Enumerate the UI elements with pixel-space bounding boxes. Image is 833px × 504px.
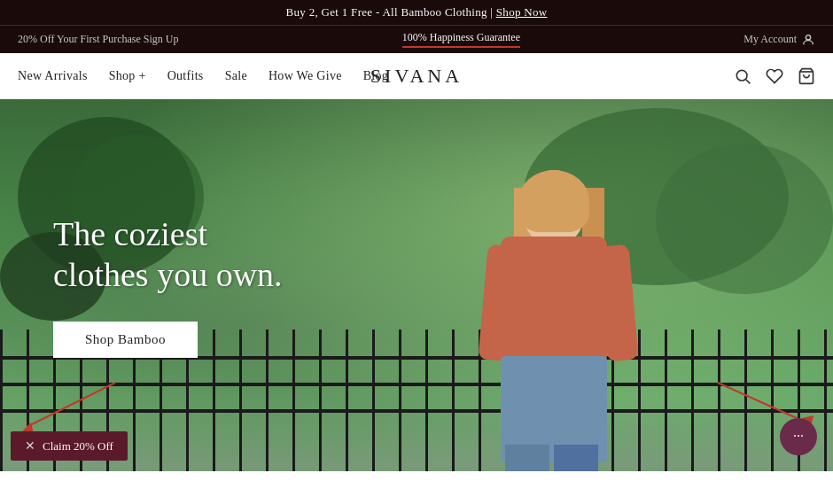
- person-hair: [518, 170, 589, 232]
- hero-headline-line1: The coziest: [53, 214, 283, 255]
- rail-h: [0, 409, 833, 413]
- chat-icon: ···: [793, 429, 804, 445]
- wishlist-icon[interactable]: [766, 67, 783, 85]
- cart-icon[interactable]: [798, 67, 815, 85]
- rail-v: [691, 330, 694, 471]
- person-jeans-leg-left: [505, 445, 549, 471]
- nav-icons: [734, 67, 815, 85]
- nav-bar: New Arrivals Shop + Outfits Sale How We …: [0, 53, 833, 99]
- rail-v: [399, 330, 401, 471]
- hero-headline: The coziest clothes you own.: [53, 214, 283, 295]
- chat-bubble[interactable]: ···: [780, 418, 817, 455]
- rail-v: [0, 330, 3, 471]
- claim-text: Claim 20% Off: [43, 439, 113, 454]
- nav-how-we-give[interactable]: How We Give: [269, 69, 342, 83]
- my-account[interactable]: My Account: [743, 33, 815, 47]
- person-jeans-leg-right: [554, 445, 598, 471]
- promo-link[interactable]: Shop Now: [496, 5, 548, 19]
- happiness-guarantee: 100% Happiness Guarantee: [402, 31, 520, 48]
- close-icon[interactable]: ✕: [25, 438, 35, 454]
- rail-v: [372, 330, 375, 471]
- hero-text-area: The coziest clothes you own. Shop Bamboo: [53, 214, 283, 358]
- hero-headline-line2: clothes you own.: [53, 255, 283, 296]
- svg-line-2: [746, 79, 751, 83]
- hero-section: The coziest clothes you own. Shop Bamboo…: [0, 99, 833, 471]
- svg-point-0: [806, 35, 810, 39]
- model-person: [443, 117, 673, 454]
- shop-bamboo-button[interactable]: Shop Bamboo: [53, 322, 198, 358]
- rail-v: [319, 330, 322, 471]
- person-body: [487, 170, 629, 436]
- rail-v: [824, 330, 827, 471]
- rail-v: [292, 330, 295, 471]
- search-icon[interactable]: [734, 67, 751, 85]
- site-logo[interactable]: SIVANA: [370, 65, 463, 88]
- promo-text: Buy 2, Get 1 Free - All Bamboo Clothing …: [286, 5, 496, 19]
- person-torso: [501, 236, 607, 361]
- nav-new-arrivals[interactable]: New Arrivals: [18, 69, 88, 83]
- claim-discount-bar[interactable]: ✕ Claim 20% Off: [11, 431, 128, 461]
- svg-line-6: [718, 383, 806, 423]
- signup-offer[interactable]: 20% Off Your First Purchase Sign Up: [18, 33, 178, 46]
- rail-h: [0, 383, 833, 386]
- nav-sale[interactable]: Sale: [225, 69, 247, 83]
- nav-shop[interactable]: Shop +: [109, 69, 146, 83]
- nav-outfits[interactable]: Outfits: [167, 69, 204, 83]
- tree-decoration: [656, 143, 833, 294]
- secondary-bar: 20% Off Your First Purchase Sign Up 100%…: [0, 25, 833, 53]
- svg-line-4: [27, 383, 115, 427]
- account-icon: [801, 33, 815, 47]
- svg-point-1: [736, 70, 747, 81]
- rail-v: [425, 330, 428, 471]
- promo-bar: Buy 2, Get 1 Free - All Bamboo Clothing …: [0, 0, 833, 25]
- my-account-label: My Account: [743, 33, 797, 46]
- nav-left: New Arrivals Shop + Outfits Sale How We …: [18, 69, 388, 83]
- rail-v: [346, 330, 348, 471]
